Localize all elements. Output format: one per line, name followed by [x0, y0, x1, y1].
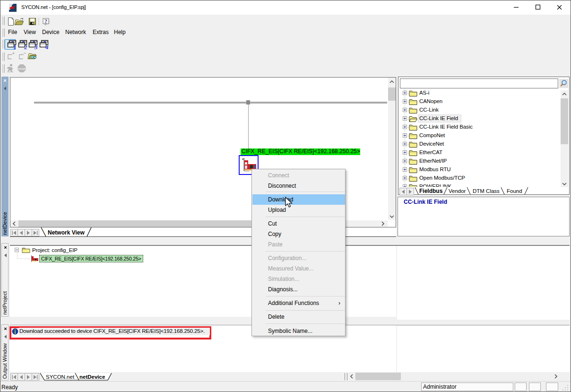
svg-text:Fieldbus: Fieldbus	[419, 188, 443, 194]
svg-text:1: 1	[13, 44, 17, 51]
svg-text:2: 2	[24, 44, 27, 51]
svg-text:STOP: STOP	[18, 68, 26, 70]
svg-text:?: ?	[44, 18, 47, 25]
svg-text:4: 4	[45, 44, 49, 51]
svg-text:3: 3	[34, 44, 38, 51]
svg-text:Found: Found	[507, 188, 522, 194]
svg-text:DTM Class: DTM Class	[473, 188, 500, 194]
svg-text:Vendor: Vendor	[449, 188, 466, 194]
svg-text:Network View: Network View	[48, 229, 85, 236]
svg-text:SYCON.net: SYCON.net	[46, 374, 75, 380]
svg-text:netDevice: netDevice	[79, 374, 105, 380]
